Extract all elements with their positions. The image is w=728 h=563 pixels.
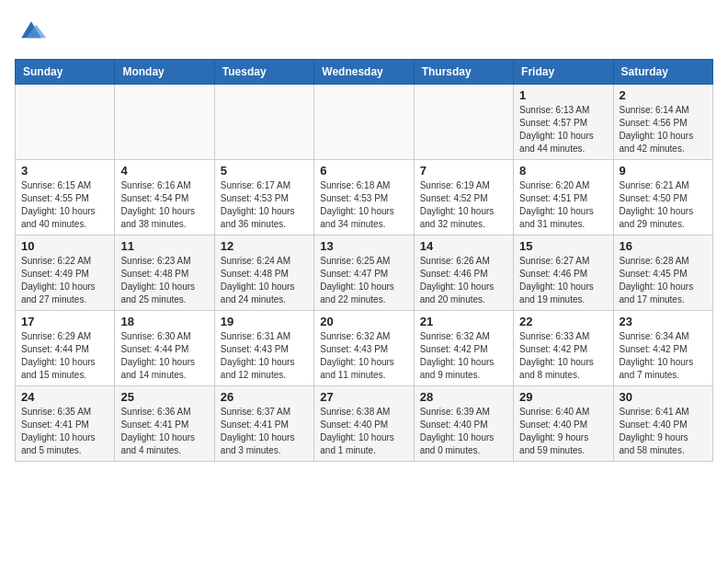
calendar-cell: 26Sunrise: 6:37 AM Sunset: 4:41 PM Dayli… <box>214 386 313 462</box>
weekday-header-tuesday: Tuesday <box>214 60 313 85</box>
day-number: 24 <box>21 390 108 404</box>
day-info: Sunrise: 6:41 AM Sunset: 4:40 PM Dayligh… <box>620 406 707 457</box>
calendar-cell: 23Sunrise: 6:34 AM Sunset: 4:42 PM Dayli… <box>613 311 712 386</box>
day-info: Sunrise: 6:20 AM Sunset: 4:51 PM Dayligh… <box>519 179 607 231</box>
day-info: Sunrise: 6:22 AM Sunset: 4:49 PM Dayligh… <box>21 255 108 306</box>
day-info: Sunrise: 6:38 AM Sunset: 4:40 PM Dayligh… <box>320 406 407 457</box>
calendar-week-row: 24Sunrise: 6:35 AM Sunset: 4:41 PM Dayli… <box>16 386 713 462</box>
day-info: Sunrise: 6:18 AM Sunset: 4:53 PM Dayligh… <box>320 179 407 231</box>
page-header <box>15 15 713 48</box>
day-number: 4 <box>120 164 208 178</box>
day-number: 6 <box>320 164 407 178</box>
day-number: 14 <box>420 239 507 253</box>
calendar-table: SundayMondayTuesdayWednesdayThursdayFrid… <box>15 59 713 462</box>
calendar-cell: 19Sunrise: 6:31 AM Sunset: 4:43 PM Dayli… <box>214 311 313 386</box>
calendar-cell: 27Sunrise: 6:38 AM Sunset: 4:40 PM Dayli… <box>314 386 414 462</box>
calendar-week-row: 3Sunrise: 6:15 AM Sunset: 4:55 PM Daylig… <box>16 160 713 236</box>
day-info: Sunrise: 6:32 AM Sunset: 4:42 PM Dayligh… <box>420 330 507 382</box>
day-number: 10 <box>21 239 108 253</box>
calendar-cell: 9Sunrise: 6:21 AM Sunset: 4:50 PM Daylig… <box>613 160 712 236</box>
day-number: 29 <box>519 390 607 404</box>
calendar-cell: 25Sunrise: 6:36 AM Sunset: 4:41 PM Dayli… <box>115 386 214 462</box>
calendar-week-row: 17Sunrise: 6:29 AM Sunset: 4:44 PM Dayli… <box>16 311 713 386</box>
calendar-cell: 2Sunrise: 6:14 AM Sunset: 4:56 PM Daylig… <box>613 85 712 160</box>
calendar-cell: 20Sunrise: 6:32 AM Sunset: 4:43 PM Dayli… <box>314 311 414 386</box>
calendar-cell: 28Sunrise: 6:39 AM Sunset: 4:40 PM Dayli… <box>414 386 513 462</box>
calendar-cell: 7Sunrise: 6:19 AM Sunset: 4:52 PM Daylig… <box>414 160 513 236</box>
calendar-cell: 8Sunrise: 6:20 AM Sunset: 4:51 PM Daylig… <box>514 160 613 236</box>
weekday-header-saturday: Saturday <box>613 60 712 85</box>
calendar-cell <box>214 85 313 160</box>
day-number: 13 <box>320 239 407 253</box>
calendar-cell: 4Sunrise: 6:16 AM Sunset: 4:54 PM Daylig… <box>115 160 214 236</box>
calendar-cell: 21Sunrise: 6:32 AM Sunset: 4:42 PM Dayli… <box>414 311 513 386</box>
calendar-cell: 18Sunrise: 6:30 AM Sunset: 4:44 PM Dayli… <box>115 311 214 386</box>
day-number: 12 <box>221 239 308 253</box>
day-number: 25 <box>120 390 208 404</box>
day-number: 19 <box>221 315 308 328</box>
weekday-header-wednesday: Wednesday <box>314 60 414 85</box>
day-number: 15 <box>519 239 607 253</box>
day-info: Sunrise: 6:28 AM Sunset: 4:45 PM Dayligh… <box>620 255 707 306</box>
calendar-cell: 11Sunrise: 6:23 AM Sunset: 4:48 PM Dayli… <box>115 236 214 311</box>
calendar-cell <box>115 85 214 160</box>
day-number: 21 <box>420 315 507 328</box>
weekday-header-monday: Monday <box>115 60 214 85</box>
day-info: Sunrise: 6:29 AM Sunset: 4:44 PM Dayligh… <box>21 330 108 382</box>
day-info: Sunrise: 6:24 AM Sunset: 4:48 PM Dayligh… <box>221 255 308 306</box>
day-number: 7 <box>420 164 507 178</box>
day-info: Sunrise: 6:14 AM Sunset: 4:56 PM Dayligh… <box>620 104 707 155</box>
day-info: Sunrise: 6:39 AM Sunset: 4:40 PM Dayligh… <box>420 406 507 457</box>
day-info: Sunrise: 6:15 AM Sunset: 4:55 PM Dayligh… <box>21 179 108 231</box>
weekday-header-thursday: Thursday <box>414 60 513 85</box>
day-info: Sunrise: 6:36 AM Sunset: 4:41 PM Dayligh… <box>120 406 208 457</box>
day-info: Sunrise: 6:31 AM Sunset: 4:43 PM Dayligh… <box>221 330 308 382</box>
day-info: Sunrise: 6:21 AM Sunset: 4:50 PM Dayligh… <box>620 179 707 231</box>
day-number: 3 <box>21 164 108 178</box>
day-info: Sunrise: 6:32 AM Sunset: 4:43 PM Dayligh… <box>320 330 407 382</box>
day-number: 20 <box>320 315 407 328</box>
day-number: 11 <box>120 239 208 253</box>
calendar-cell: 10Sunrise: 6:22 AM Sunset: 4:49 PM Dayli… <box>16 236 115 311</box>
calendar-cell: 14Sunrise: 6:26 AM Sunset: 4:46 PM Dayli… <box>414 236 513 311</box>
weekday-header-friday: Friday <box>514 60 613 85</box>
day-number: 28 <box>420 390 507 404</box>
calendar-cell: 6Sunrise: 6:18 AM Sunset: 4:53 PM Daylig… <box>314 160 414 236</box>
day-number: 2 <box>620 88 707 102</box>
calendar-cell: 16Sunrise: 6:28 AM Sunset: 4:45 PM Dayli… <box>613 236 712 311</box>
calendar-cell: 24Sunrise: 6:35 AM Sunset: 4:41 PM Dayli… <box>16 386 115 462</box>
calendar-cell <box>314 85 414 160</box>
day-info: Sunrise: 6:30 AM Sunset: 4:44 PM Dayligh… <box>120 330 208 382</box>
day-info: Sunrise: 6:16 AM Sunset: 4:54 PM Dayligh… <box>120 179 208 231</box>
day-info: Sunrise: 6:34 AM Sunset: 4:42 PM Dayligh… <box>620 330 707 382</box>
day-number: 8 <box>519 164 607 178</box>
calendar-cell <box>414 85 513 160</box>
day-info: Sunrise: 6:13 AM Sunset: 4:57 PM Dayligh… <box>519 104 607 155</box>
day-number: 5 <box>221 164 308 178</box>
day-info: Sunrise: 6:19 AM Sunset: 4:52 PM Dayligh… <box>420 179 507 231</box>
day-number: 17 <box>21 315 108 328</box>
calendar-cell: 3Sunrise: 6:15 AM Sunset: 4:55 PM Daylig… <box>16 160 115 236</box>
day-info: Sunrise: 6:25 AM Sunset: 4:47 PM Dayligh… <box>320 255 407 306</box>
day-number: 30 <box>620 390 707 404</box>
day-number: 22 <box>519 315 607 328</box>
calendar-cell: 30Sunrise: 6:41 AM Sunset: 4:40 PM Dayli… <box>613 386 712 462</box>
day-number: 27 <box>320 390 407 404</box>
calendar-cell: 12Sunrise: 6:24 AM Sunset: 4:48 PM Dayli… <box>214 236 313 311</box>
day-info: Sunrise: 6:37 AM Sunset: 4:41 PM Dayligh… <box>221 406 308 457</box>
calendar-cell: 22Sunrise: 6:33 AM Sunset: 4:42 PM Dayli… <box>514 311 613 386</box>
day-number: 18 <box>120 315 208 328</box>
day-number: 16 <box>620 239 707 253</box>
calendar-cell: 15Sunrise: 6:27 AM Sunset: 4:46 PM Dayli… <box>514 236 613 311</box>
weekday-header-sunday: Sunday <box>16 60 115 85</box>
day-number: 1 <box>519 88 607 102</box>
day-info: Sunrise: 6:17 AM Sunset: 4:53 PM Dayligh… <box>221 179 308 231</box>
calendar-cell: 29Sunrise: 6:40 AM Sunset: 4:40 PM Dayli… <box>514 386 613 462</box>
day-info: Sunrise: 6:40 AM Sunset: 4:40 PM Dayligh… <box>519 406 607 457</box>
day-info: Sunrise: 6:23 AM Sunset: 4:48 PM Dayligh… <box>120 255 208 306</box>
day-number: 26 <box>221 390 308 404</box>
day-number: 9 <box>620 164 707 178</box>
logo-icon <box>15 15 48 48</box>
calendar-week-row: 10Sunrise: 6:22 AM Sunset: 4:49 PM Dayli… <box>16 236 713 311</box>
calendar-cell: 1Sunrise: 6:13 AM Sunset: 4:57 PM Daylig… <box>514 85 613 160</box>
